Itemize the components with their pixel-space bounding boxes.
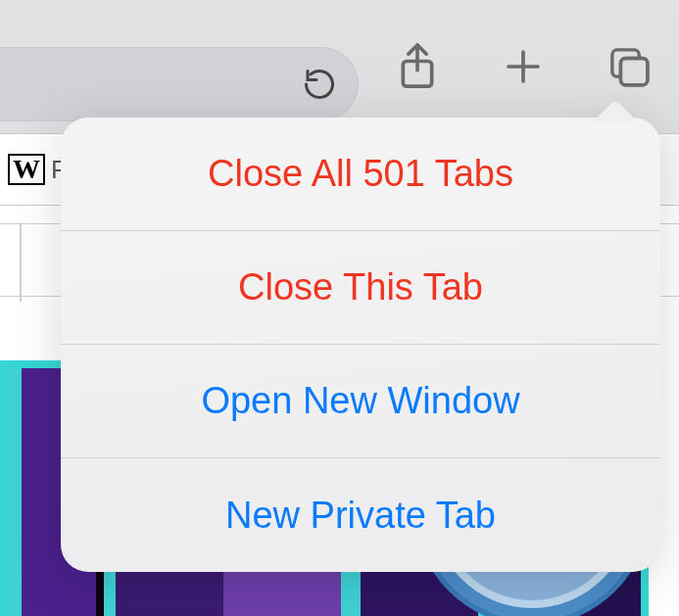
tabs-button[interactable] [601,38,657,95]
tabs-icon [606,43,653,90]
app-root: W Ro Close All 501 Tabs Close This Tab O… [0,0,679,616]
menu-item-label: Close This Tab [238,266,483,308]
address-bar[interactable] [0,47,359,121]
new-tab-button[interactable] [495,38,552,95]
tabs-context-menu: Close All 501 Tabs Close This Tab Open N… [61,118,660,572]
menu-new-private-tab[interactable]: New Private Tab [61,458,660,572]
wikipedia-favicon-icon: W [8,154,45,185]
menu-item-label: Close All 501 Tabs [208,153,513,195]
menu-close-this-tab[interactable]: Close This Tab [61,231,660,345]
menu-open-new-window[interactable]: Open New Window [61,345,660,458]
popover-arrow [594,101,637,122]
toolbar [0,0,679,133]
plus-icon [504,47,543,86]
menu-close-all-tabs[interactable]: Close All 501 Tabs [61,118,660,231]
content-rule [20,223,22,302]
reload-icon [302,67,337,102]
menu-item-label: New Private Tab [225,495,496,537]
share-icon [396,41,439,92]
popover: Close All 501 Tabs Close This Tab Open N… [61,118,660,572]
menu-item-label: Open New Window [201,380,519,422]
svg-rect-4 [620,58,647,84]
share-button[interactable] [389,38,446,95]
reload-button[interactable] [298,63,341,106]
